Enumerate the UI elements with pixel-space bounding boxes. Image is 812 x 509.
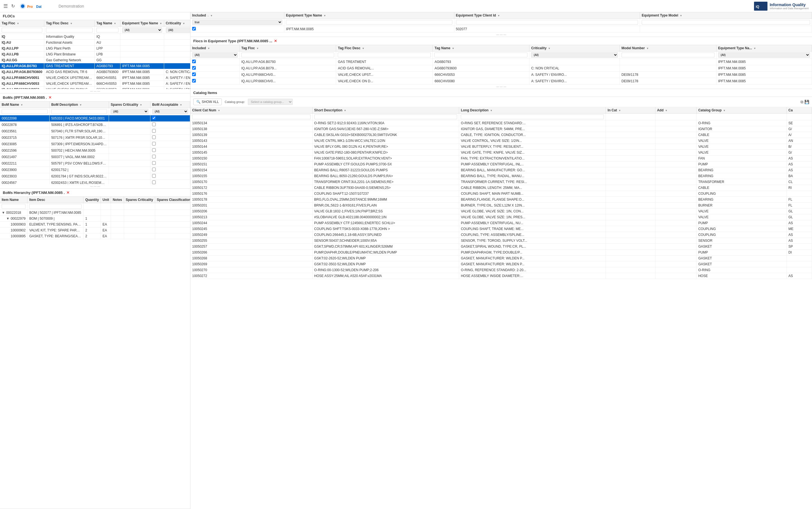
bom-row[interactable]: 00024567620024S3 | XMTR LEVL:ROSEMO;3051… <box>0 180 190 184</box>
bom-hier-row[interactable]: 10000895GASKET, TYPE: BEARING/SEAL WASHE… <box>0 233 190 239</box>
fe-filter-tag[interactable] <box>242 53 335 57</box>
equip-col-included[interactable]: Included ↓ ▼ <box>190 12 284 19</box>
catalog-row[interactable]: 10050150FAN:1008718-59651;SOLAR;EXTRACTI… <box>190 156 812 162</box>
fe-col-tag-floc[interactable]: Tag Floc ▼ <box>240 45 336 52</box>
floc-col-tag-floc[interactable]: Tag Floc ▼ <box>0 20 44 27</box>
fe-filter-crit[interactable]: (All) <box>531 52 618 58</box>
catalog-copy-icon[interactable]: ⧉ <box>801 100 803 104</box>
catalog-row[interactable]: 10050201BRNR,OIL;5622-1-B/X9161;FIVES;PL… <box>190 203 812 208</box>
catalog-row[interactable]: 10050139CABLE:SKSLAN G010+SEKB000270L30;… <box>190 132 812 138</box>
expand-icon[interactable]: ▼ <box>6 216 9 220</box>
catalog-row[interactable]: 10050255SENSOR:50437;SCHNEIDER;1000V;65A… <box>190 238 812 244</box>
equip-scroll[interactable]: Included ↓ ▼ Equipment Type Name ▼ Equip… <box>190 12 812 32</box>
bom-hier-col-desc[interactable]: Item Desc <box>27 197 84 203</box>
bom-hier-col-unit[interactable]: Unit <box>101 197 111 203</box>
cat-filter-num[interactable] <box>192 114 311 119</box>
floc-col-crit[interactable]: Criticality ▼ <box>164 20 190 27</box>
equip-filter-name[interactable] <box>286 20 452 25</box>
bom-row[interactable]: 00022878506891 | IPZS.ASHCROFT.B742BXCNC… <box>0 122 190 128</box>
show-all-button[interactable]: 🔍 SHOW ALL <box>193 99 222 105</box>
bom-row[interactable]: 00022211505797 | PSV CONV BELLOWS:FARRIS… <box>0 160 190 167</box>
equip-col-name[interactable]: Equipment Type Name ▼ <box>284 12 454 19</box>
bom-col-spares[interactable]: Spares Criticality ▼ <box>109 102 150 108</box>
floc-row[interactable]: IQInformation QualityIQ <box>0 34 190 40</box>
fe-row[interactable]: IQ.AU.LPP.666CHV0...VALVE,CHECK UPST...6… <box>190 72 812 78</box>
menu-icon[interactable]: ☰ <box>3 3 8 9</box>
cat-col-group[interactable]: Catalog Group ▼ <box>696 107 786 113</box>
catalog-row[interactable]: 10050268GSKT:02-2620-52;WILDEN PUMPGASKE… <box>190 256 812 261</box>
fe-row[interactable]: IQ.AU.LPP.AG6.B079...ACID GAS REMOVAL...… <box>190 65 812 72</box>
fe-filter-included[interactable]: (All) <box>192 52 238 58</box>
cat-filter-short[interactable] <box>314 114 458 119</box>
fe-col-crit[interactable]: Criticality ▼ <box>529 45 620 52</box>
bom-row[interactable]: 00023561507040 | FLTR STNR:SOLAR,190098-… <box>0 128 190 135</box>
equip-col-clientid[interactable]: Equipment Type Client Id ▼ <box>454 12 640 19</box>
floc-row[interactable]: IQ.AU.LPP.666CHV0053VALVE,CHECK UPSTREAM… <box>0 81 190 87</box>
fe-col-tagname[interactable]: Tag Name ▼ <box>433 45 529 52</box>
equip-row[interactable]: IPFT.NM.NM.0085502077 <box>190 26 812 32</box>
catalog-row[interactable]: 10050134O-RING SET:2-912;0.924X0.116IN;V… <box>190 120 812 126</box>
fe-filter-desc[interactable] <box>338 53 431 57</box>
bom-hier-filter-name[interactable] <box>2 204 26 209</box>
catalog-row[interactable]: 10050257GSKT,SPWD,CR;579MM;API 601;KLING… <box>190 244 812 249</box>
bom-hier-row[interactable]: ▼00022018BOM | 502077 | IPFT.NM.NM.0085 <box>0 210 190 216</box>
cat-col-incat[interactable]: In Cat ▼ <box>606 107 655 113</box>
catalog-row[interactable]: 10050154BEARING BALL:R8057-31223;GOULDS … <box>190 167 812 173</box>
bom-row[interactable]: 00023900620017S2 | <box>0 167 190 173</box>
fe-filter-tagname[interactable] <box>434 53 527 57</box>
boms-close[interactable]: ✕ <box>49 95 52 100</box>
fe-col-included[interactable]: Included ▼ <box>190 45 240 52</box>
catalog-row[interactable]: 10050143VALVE CNTRL:MK1-1/2IN-WCC;VALTEC… <box>190 138 812 144</box>
bom-hier-col-scrit[interactable]: Spares Criticality <box>124 197 155 203</box>
floc-filter-tagname[interactable] <box>96 28 119 32</box>
catalog-row[interactable]: 10050213#SLOB#VALVE GLB:4021188.00400000… <box>190 214 812 220</box>
floc-filter-tag[interactable] <box>2 28 42 32</box>
equip-filter-model[interactable] <box>642 20 810 25</box>
fe-col-desc[interactable]: Tag Floc Desc ▼ <box>336 45 433 52</box>
floc-equip-close[interactable]: ✕ <box>274 39 277 43</box>
floc-col-tagname[interactable]: Tag Name ▼ <box>95 20 120 27</box>
bom-col-name[interactable]: BoM Name ▼ <box>0 102 49 108</box>
bom-filter-name[interactable] <box>2 109 48 114</box>
equip-filter-clientid[interactable] <box>456 20 638 25</box>
floc-row[interactable]: IQ.AU.LPP.AG6.B0793GAS TREATMENTAG6B0793… <box>0 63 190 69</box>
catalog-row[interactable]: 10050144VALVE BFLY:GRL 080 D12N A1 K;PEN… <box>190 144 812 150</box>
refresh-icon[interactable]: ↻ <box>11 3 15 9</box>
bom-col-acceptable[interactable]: BoM Acceptable ▼ <box>150 102 190 108</box>
cat-col-long[interactable]: Long Description ▼ <box>459 107 606 113</box>
bom-row[interactable]: 00022098505333 | FACO.MOORE.5433.0001 <box>0 115 190 122</box>
equip-col-model[interactable]: Equipment Type Model ▼ <box>640 12 812 19</box>
catalog-scroll[interactable]: Client Cat Num ▼ Short Description ▼ Lon… <box>190 107 812 509</box>
bom-filter-acceptable[interactable]: (All) <box>152 109 188 114</box>
bom-hier-col-qty[interactable]: Quantity <box>84 197 101 203</box>
catalog-save-icon[interactable]: 💾 <box>805 100 809 104</box>
floc-equip-scroll[interactable]: Included ▼ Tag Floc ▼ Tag Floc Desc ▼ Ta… <box>190 45 812 84</box>
floc-row[interactable]: IQ.AU.LPP.666CHV0051VALVE,CHECK UPSTREAM… <box>0 75 190 81</box>
catalog-row[interactable]: 10050155BEARING BALL:8050-21260;GOULDS P… <box>190 173 812 179</box>
floc-col-equip[interactable]: Equipment Type Name ▼ <box>120 20 164 27</box>
floc-row[interactable]: IQ.AU.GGGas Gathering NetworkGG <box>0 57 190 63</box>
catalog-row[interactable]: 10050245COUPLING SHFT:TSKS-0033-X088-177… <box>190 226 812 232</box>
bom-hier-filter-desc[interactable] <box>29 204 82 209</box>
floc-filter-equip[interactable]: (All) <box>122 27 162 33</box>
fe-row[interactable]: IQ.AU.LPP.AG6.B0793GAS TREATMENTAG6B0793… <box>190 59 812 65</box>
bom-filter-spares[interactable]: (All) <box>111 109 149 114</box>
bom-filter-desc[interactable] <box>51 109 107 114</box>
catalog-row[interactable]: 10050138IGNITOR GAS:54AV13EXE-567-280-V2… <box>190 126 812 132</box>
catalog-row[interactable]: 10050151PUMP ASSEMBLY CTF:GOULDS PUMPS;3… <box>190 162 812 167</box>
catalog-row[interactable]: 10050270O-RING:00-1300-52;WILDEN PUMP;2-… <box>190 267 812 273</box>
bom-row[interactable]: 00021596500702 | HECH.NM.NM.0005 <box>0 147 190 154</box>
floc-row[interactable]: IQ.AU.LPP.666CHV0052VALVE,CHECK ON DMW S… <box>0 87 190 89</box>
flocs-table-scroll[interactable]: Tag Floc ▼ Tag Floc Desc ▼ Tag Name ▼ Eq… <box>0 20 190 89</box>
floc-col-desc[interactable]: Tag Floc Desc ▼ <box>44 20 95 27</box>
bom-hier-row[interactable]: 10000903ELEMENT, TYPE:SENSING, PART NUMB… <box>0 222 190 228</box>
catalog-row[interactable]: 10050272HOSE ASSY:25MM;AIL A520 A5AF.v20… <box>190 273 812 279</box>
cat-col-short[interactable]: Short Description ▼ <box>312 107 459 113</box>
cat-col-num[interactable]: Client Cat Num ▼ <box>190 107 312 113</box>
catalog-row[interactable]: 10050145VALVE GATE:F952-180-080;PENTAIR;… <box>190 150 812 156</box>
floc-filter-desc[interactable] <box>46 28 93 32</box>
bom-hier-close[interactable]: ✕ <box>66 190 70 195</box>
catalog-row[interactable]: 10050178BRG,FLG,OVAL;25MM,DISTANCE:99MM;… <box>190 197 812 203</box>
cat-filter-long[interactable] <box>461 114 604 119</box>
catalog-row[interactable]: 10050172CABLE RIBBON:3UF7930-0AA00-0;SIE… <box>190 185 812 191</box>
